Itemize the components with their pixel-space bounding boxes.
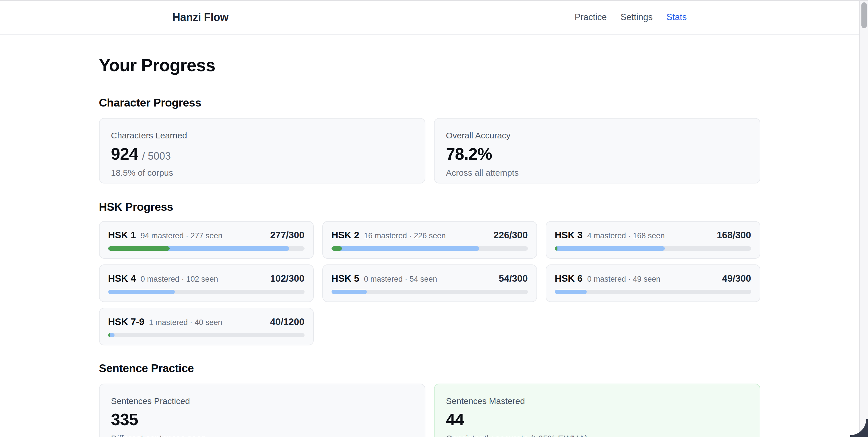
hsk-progress-bar <box>555 246 751 251</box>
hsk-progress-bar <box>555 290 751 294</box>
hsk-level-name: HSK 6 <box>555 273 583 284</box>
hsk-level-count: 54/300 <box>499 273 528 284</box>
hsk-level-count: 49/300 <box>722 273 751 284</box>
hsk-level-count: 102/300 <box>270 273 304 284</box>
stat-denominator: / 5003 <box>142 150 171 162</box>
stat-caption: Consistently accurate (≥95% EWMA) <box>446 434 748 437</box>
window-corner <box>850 419 868 437</box>
hsk-progress-bar <box>108 246 305 251</box>
hsk-progress-bar <box>108 333 305 337</box>
hsk-progress-grid: HSK 1 94 mastered · 277 seen 277/300 HSK… <box>99 221 761 345</box>
overall-accuracy-card: Overall Accuracy 78.2% Across all attemp… <box>434 118 761 184</box>
hsk-progress-seen-fill <box>332 246 479 251</box>
page-title: Your Progress <box>99 55 761 75</box>
hsk-progress-mastered-fill <box>555 246 557 251</box>
hsk-level-name: HSK 1 <box>108 230 136 241</box>
hsk-progress-mastered-fill <box>332 246 342 251</box>
hsk-level-meta: 16 mastered · 226 seen <box>364 231 494 240</box>
hsk-level-count: 40/1200 <box>270 316 304 327</box>
characters-learned-card: Characters Learned 924 / 5003 18.5% of c… <box>99 118 425 184</box>
stats-page: Your Progress Character Progress Charact… <box>99 55 761 437</box>
hsk-progress-bar <box>332 246 528 251</box>
hsk-card-header: HSK 2 16 mastered · 226 seen 226/300 <box>332 230 528 241</box>
stat-label: Sentences Mastered <box>446 396 748 406</box>
hsk-level-count: 226/300 <box>493 230 528 241</box>
section-heading-character-progress: Character Progress <box>99 96 761 110</box>
hsk-level-name: HSK 5 <box>332 273 360 284</box>
hsk-progress-seen-fill <box>108 290 175 294</box>
section-heading-hsk-progress: HSK Progress <box>99 201 761 214</box>
hsk-progress-seen-fill <box>555 290 587 294</box>
hsk-progress-mastered-fill <box>108 333 110 337</box>
hsk-level-count: 168/300 <box>717 230 751 241</box>
stat-caption: Across all attempts <box>446 168 748 178</box>
hsk-level-count: 277/300 <box>270 230 304 241</box>
app-window: Hanzi Flow Practice Settings Stats Your … <box>0 0 859 437</box>
brand-title: Hanzi Flow <box>173 11 228 24</box>
hsk-card-header: HSK 6 0 mastered · 49 seen 49/300 <box>555 273 751 284</box>
hsk-card-header: HSK 5 0 mastered · 54 seen 54/300 <box>332 273 528 284</box>
nav-link-practice[interactable]: Practice <box>575 12 607 22</box>
hsk-card-header: HSK 3 4 mastered · 168 seen 168/300 <box>555 230 751 241</box>
sentences-practiced-card: Sentences Practiced 335 Different senten… <box>99 383 425 437</box>
hsk-level-name: HSK 3 <box>555 230 583 241</box>
stat-value: 335 <box>111 411 138 428</box>
stat-value: 78.2% <box>446 146 492 162</box>
hsk-progress-bar <box>332 290 528 294</box>
window-top-border <box>0 0 868 1</box>
hsk-level-meta: 94 mastered · 277 seen <box>141 231 270 240</box>
hsk-progress-seen-fill <box>555 246 665 251</box>
hsk-level-name: HSK 4 <box>108 273 136 284</box>
hsk-4-card: HSK 4 0 mastered · 102 seen 102/300 <box>99 264 314 302</box>
scrollbar-thumb[interactable] <box>861 2 867 28</box>
sentences-mastered-card: Sentences Mastered 44 Consistently accur… <box>434 383 761 437</box>
nav-link-settings[interactable]: Settings <box>621 12 653 22</box>
stat-label: Sentences Practiced <box>111 396 413 406</box>
hsk-card-header: HSK 7-9 1 mastered · 40 seen 40/1200 <box>108 316 305 327</box>
stat-value-row: 335 <box>111 411 413 428</box>
hsk-progress-mastered-fill <box>108 246 169 251</box>
stat-value-row: 78.2% <box>446 146 748 162</box>
scrollbar-track[interactable] <box>859 0 868 437</box>
stat-label: Overall Accuracy <box>446 131 748 141</box>
hsk-level-meta: 0 mastered · 102 seen <box>141 275 270 284</box>
hsk-3-card: HSK 3 4 mastered · 168 seen 168/300 <box>546 221 761 259</box>
hsk-2-card: HSK 2 16 mastered · 226 seen 226/300 <box>322 221 537 259</box>
section-heading-sentence-practice: Sentence Practice <box>99 362 761 375</box>
character-progress-cards: Characters Learned 924 / 5003 18.5% of c… <box>99 118 761 184</box>
hsk-card-header: HSK 4 0 mastered · 102 seen 102/300 <box>108 273 305 284</box>
stat-value-row: 44 <box>446 411 748 428</box>
navbar-inner: Hanzi Flow Practice Settings Stats <box>173 11 687 24</box>
hsk-7-9-card: HSK 7-9 1 mastered · 40 seen 40/1200 <box>99 308 314 345</box>
stat-caption: 18.5% of corpus <box>111 168 413 178</box>
stat-label: Characters Learned <box>111 131 413 141</box>
hsk-level-meta: 4 mastered · 168 seen <box>587 231 717 240</box>
stat-value-row: 924 / 5003 <box>111 146 413 162</box>
sentence-practice-cards: Sentences Practiced 335 Different senten… <box>99 383 761 437</box>
stat-caption: Different sentences seen <box>111 434 413 437</box>
hsk-level-meta: 0 mastered · 54 seen <box>364 275 499 284</box>
hsk-5-card: HSK 5 0 mastered · 54 seen 54/300 <box>322 264 537 302</box>
hsk-progress-bar <box>108 290 305 294</box>
hsk-card-header: HSK 1 94 mastered · 277 seen 277/300 <box>108 230 305 241</box>
hsk-level-meta: 0 mastered · 49 seen <box>587 275 722 284</box>
hsk-level-name: HSK 2 <box>332 230 360 241</box>
top-navbar: Hanzi Flow Practice Settings Stats <box>0 0 859 35</box>
nav-links: Practice Settings Stats <box>575 12 687 22</box>
stat-value: 44 <box>446 411 464 428</box>
stat-value: 924 <box>111 146 138 162</box>
hsk-level-name: HSK 7-9 <box>108 316 145 327</box>
nav-link-stats[interactable]: Stats <box>666 12 687 22</box>
hsk-6-card: HSK 6 0 mastered · 49 seen 49/300 <box>546 264 761 302</box>
hsk-level-meta: 1 mastered · 40 seen <box>149 318 270 327</box>
hsk-1-card: HSK 1 94 mastered · 277 seen 277/300 <box>99 221 314 259</box>
hsk-progress-seen-fill <box>332 290 367 294</box>
